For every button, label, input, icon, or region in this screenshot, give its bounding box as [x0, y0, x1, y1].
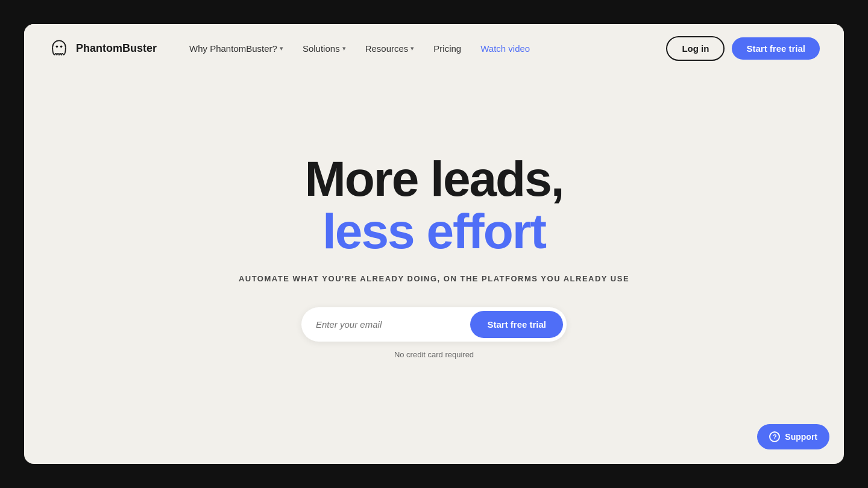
nav-label-why: Why PhantomBuster?	[189, 43, 277, 54]
nav-label-pricing: Pricing	[433, 43, 461, 54]
nav-label-resources: Resources	[365, 43, 409, 54]
nav-links: Why PhantomBuster? ▾ Solutions ▾ Resourc…	[181, 39, 666, 58]
chevron-down-icon: ▾	[410, 45, 414, 52]
nav-item-resources[interactable]: Resources ▾	[357, 39, 423, 58]
browser-window: PhantomBuster Why PhantomBuster? ▾ Solut…	[24, 24, 844, 464]
start-trial-nav-button[interactable]: Start free trial	[732, 37, 820, 60]
nav-item-pricing[interactable]: Pricing	[425, 39, 470, 58]
hero-title-line1: More leads,	[304, 153, 563, 205]
nav-label-solutions: Solutions	[303, 43, 340, 54]
logo-icon	[48, 37, 70, 59]
email-input[interactable]	[316, 319, 470, 330]
nav-item-solutions[interactable]: Solutions ▾	[294, 39, 354, 58]
hero-title-line2: less effort	[322, 205, 546, 257]
nav-item-why[interactable]: Why PhantomBuster? ▾	[181, 39, 292, 58]
email-form: Start free trial	[301, 307, 567, 342]
nav-actions: Log in Start free trial	[666, 36, 820, 61]
support-button[interactable]: ? Support	[757, 424, 829, 449]
hero-subtitle: AUTOMATE WHAT YOU'RE ALREADY DOING, ON T…	[239, 274, 629, 283]
svg-point-3	[60, 46, 63, 48]
hero-section: More leads, less effort AUTOMATE WHAT YO…	[24, 72, 844, 464]
login-button[interactable]: Log in	[666, 36, 725, 61]
start-trial-hero-button[interactable]: Start free trial	[470, 311, 563, 338]
logo-area[interactable]: PhantomBuster	[48, 37, 157, 59]
nav-item-watch-video[interactable]: Watch video	[472, 39, 538, 58]
support-label: Support	[785, 432, 817, 442]
chevron-down-icon: ▾	[280, 45, 283, 52]
svg-point-2	[56, 46, 58, 48]
brand-name: PhantomBuster	[76, 42, 157, 55]
nav-label-watch-video: Watch video	[480, 43, 530, 54]
chevron-down-icon: ▾	[342, 45, 346, 52]
no-credit-card-text: No credit card required	[394, 350, 474, 359]
navbar: PhantomBuster Why PhantomBuster? ▾ Solut…	[24, 24, 844, 72]
question-mark-icon: ?	[769, 431, 780, 442]
